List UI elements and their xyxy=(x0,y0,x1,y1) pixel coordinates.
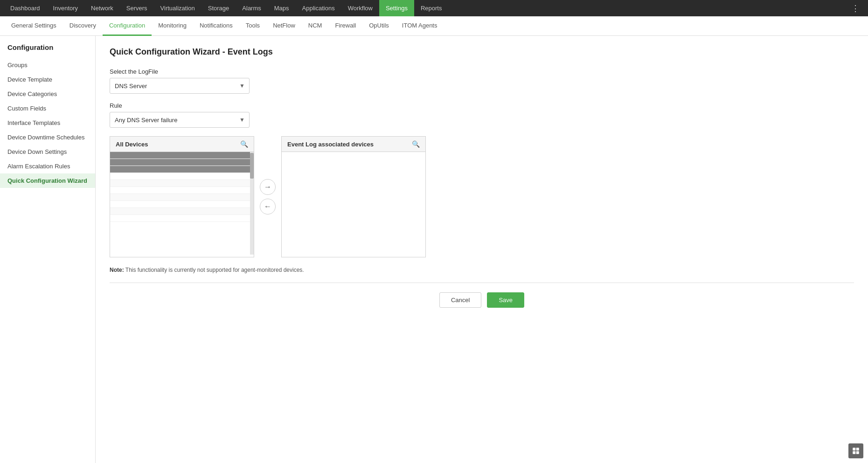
logfile-section: Select the LogFile DNS Server Applicatio… xyxy=(110,68,854,94)
rule-label: Rule xyxy=(110,102,854,109)
list-item[interactable] xyxy=(110,187,254,194)
panel-scrollbar-thumb xyxy=(250,153,254,179)
all-devices-list xyxy=(110,152,254,255)
top-navigation: Dashboard Inventory Network Servers Virt… xyxy=(0,0,868,16)
all-devices-title: All Devices xyxy=(116,141,148,148)
sidebar-title: Configuration xyxy=(0,43,95,58)
nav-item-workflow[interactable]: Workflow xyxy=(341,0,379,16)
list-item[interactable] xyxy=(110,173,254,180)
sidebar-item-interface-templates[interactable]: Interface Templates xyxy=(0,116,95,130)
logfile-label: Select the LogFile xyxy=(110,68,854,75)
subnav-ncm[interactable]: NCM xyxy=(302,16,329,36)
subnav-tools[interactable]: Tools xyxy=(239,16,266,36)
subnav-monitoring[interactable]: Monitoring xyxy=(152,16,193,36)
list-item[interactable] xyxy=(110,215,254,222)
transfer-forward-button[interactable]: → xyxy=(260,179,276,195)
more-options-icon[interactable]: ⋮ xyxy=(847,3,864,14)
list-item[interactable] xyxy=(110,159,254,166)
list-item[interactable] xyxy=(110,208,254,215)
subnav-configuration[interactable]: Configuration xyxy=(103,16,152,36)
sidebar-item-device-template[interactable]: Device Template xyxy=(0,72,95,87)
logfile-select[interactable]: DNS Server Application System Security xyxy=(110,78,250,94)
svg-rect-1 xyxy=(856,448,859,450)
help-icon[interactable] xyxy=(848,443,863,458)
device-panels-row: All Devices 🔍 xyxy=(110,136,854,257)
main-content: Quick Configuration Wizard - Event Logs … xyxy=(96,36,868,463)
subnav-notifications[interactable]: Notifications xyxy=(193,16,239,36)
divider xyxy=(110,283,854,283)
svg-rect-0 xyxy=(853,448,855,450)
action-buttons: Cancel Save xyxy=(110,292,854,308)
associated-devices-title: Event Log associated devices xyxy=(287,141,374,148)
all-devices-panel: All Devices 🔍 xyxy=(110,136,254,257)
sidebar: Configuration Groups Device Template Dev… xyxy=(0,36,96,463)
all-devices-search-icon[interactable]: 🔍 xyxy=(240,140,248,148)
sidebar-item-device-down-settings[interactable]: Device Down Settings xyxy=(0,145,95,159)
nav-item-storage[interactable]: Storage xyxy=(201,0,236,16)
transfer-buttons: → ← xyxy=(254,136,281,257)
note-content: This functionality is currently not supp… xyxy=(125,267,304,273)
subnav-firewall[interactable]: Firewall xyxy=(328,16,362,36)
subnav-discovery[interactable]: Discovery xyxy=(63,16,103,36)
list-item[interactable] xyxy=(110,166,254,173)
sidebar-item-device-downtime-schedules[interactable]: Device Downtime Schedules xyxy=(0,130,95,145)
associated-devices-search-icon[interactable]: 🔍 xyxy=(412,140,420,148)
nav-item-inventory[interactable]: Inventory xyxy=(47,0,84,16)
subnav-oputils[interactable]: OpUtils xyxy=(362,16,396,36)
nav-item-network[interactable]: Network xyxy=(84,0,120,16)
subnav-netflow[interactable]: NetFlow xyxy=(266,16,302,36)
note-section: Note: This functionality is currently no… xyxy=(110,267,854,273)
rule-section: Rule Any DNS Server failure DNS Server E… xyxy=(110,102,854,128)
subnav-itom-agents[interactable]: ITOM Agents xyxy=(396,16,444,36)
list-item[interactable] xyxy=(110,152,254,159)
nav-item-settings[interactable]: Settings xyxy=(379,0,414,16)
associated-devices-panel: Event Log associated devices 🔍 xyxy=(281,136,426,257)
sidebar-item-groups[interactable]: Groups xyxy=(0,58,95,72)
sidebar-item-alarm-escalation-rules[interactable]: Alarm Escalation Rules xyxy=(0,159,95,173)
cancel-button[interactable]: Cancel xyxy=(439,292,481,308)
logfile-select-wrapper: DNS Server Application System Security ▼ xyxy=(110,78,250,94)
sidebar-item-device-categories[interactable]: Device Categories xyxy=(0,87,95,101)
associated-devices-panel-header: Event Log associated devices 🔍 xyxy=(282,137,425,152)
associated-devices-list xyxy=(282,152,425,255)
main-layout: Configuration Groups Device Template Dev… xyxy=(0,36,868,463)
transfer-back-button[interactable]: ← xyxy=(260,199,276,214)
subnav-general-settings[interactable]: General Settings xyxy=(5,16,63,36)
sidebar-item-quick-config-wizard[interactable]: Quick Configuration Wizard xyxy=(0,173,95,188)
page-title: Quick Configuration Wizard - Event Logs xyxy=(110,47,854,57)
nav-item-applications[interactable]: Applications xyxy=(296,0,341,16)
sidebar-item-custom-fields[interactable]: Custom Fields xyxy=(0,101,95,116)
nav-item-reports[interactable]: Reports xyxy=(414,0,449,16)
list-item[interactable] xyxy=(110,201,254,208)
note-label: Note: xyxy=(110,267,124,273)
nav-item-dashboard[interactable]: Dashboard xyxy=(4,0,47,16)
nav-item-virtualization[interactable]: Virtualization xyxy=(154,0,201,16)
rule-select[interactable]: Any DNS Server failure DNS Server Error … xyxy=(110,112,250,128)
list-item[interactable] xyxy=(110,180,254,187)
nav-item-alarms[interactable]: Alarms xyxy=(236,0,267,16)
nav-item-maps[interactable]: Maps xyxy=(268,0,296,16)
all-devices-panel-header: All Devices 🔍 xyxy=(110,137,254,152)
save-button[interactable]: Save xyxy=(487,292,524,308)
svg-rect-3 xyxy=(856,451,859,454)
panel-scrollbar xyxy=(250,152,254,255)
rule-select-wrapper: Any DNS Server failure DNS Server Error … xyxy=(110,112,250,128)
nav-item-servers[interactable]: Servers xyxy=(120,0,154,16)
list-item[interactable] xyxy=(110,194,254,201)
sub-navigation: General Settings Discovery Configuration… xyxy=(0,16,868,36)
svg-rect-2 xyxy=(853,451,855,454)
